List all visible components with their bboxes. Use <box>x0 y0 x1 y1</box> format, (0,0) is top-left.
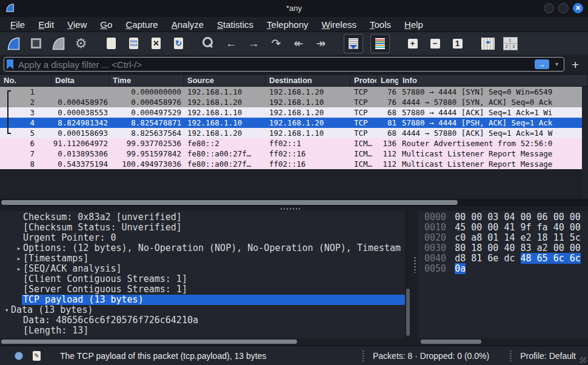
filter-dropdown-caret[interactable]: ▾ <box>555 61 558 67</box>
menu-telephony[interactable]: Telephony <box>260 18 315 31</box>
detail-tree-item[interactable]: [Client Contiguous Streams: 1] <box>0 274 405 284</box>
go-back-button[interactable]: ← <box>224 36 239 52</box>
hex-row[interactable]: 001045 00 00 41 9f fa 40 00 <box>418 223 588 233</box>
resize-grip[interactable] <box>580 357 586 363</box>
minimize-button[interactable] <box>544 3 554 13</box>
detail-tree-item[interactable]: ▸Options: (12 bytes), No-Operation (NOP)… <box>0 243 405 253</box>
colorize-button[interactable] <box>370 34 390 53</box>
detail-tree-item[interactable]: ▸[SEQ/ACK analysis] <box>0 264 405 274</box>
restart-capture-button[interactable] <box>51 36 66 52</box>
packet-list-hscrollbar[interactable] <box>0 199 588 206</box>
details-vscrollbar[interactable] <box>405 211 411 338</box>
reload-file-button[interactable]: ↻ <box>171 36 186 52</box>
packet-row[interactable]: 70.01389530699.951597842fe80::a00:27f…ff… <box>0 149 588 159</box>
expand-right-icon[interactable]: ▸ <box>15 253 23 264</box>
detail-tree-item[interactable]: TCP payload (13 bytes) <box>0 295 405 305</box>
cell-info: 57880 → 4444 [SYN] Seq=0 Win=6549 <box>399 87 588 97</box>
maximize-button[interactable] <box>558 3 569 13</box>
packet-row[interactable]: 50.0001586938.825637564192.168.1.20192.1… <box>0 128 588 138</box>
detail-tree-item[interactable]: Data: 48656c6c6f20576f726c64210a <box>0 315 405 326</box>
zoom-in-button[interactable]: + <box>405 36 420 52</box>
column-header-source[interactable]: Source <box>184 75 266 86</box>
menu-analyze[interactable]: Analyze <box>165 18 210 31</box>
expand-right-icon[interactable]: ▸ <box>15 243 23 253</box>
auto-scroll-button[interactable] <box>344 34 363 53</box>
cell-time: 100.494973036 <box>109 159 184 169</box>
expert-info-icon[interactable] <box>15 352 23 360</box>
filter-apply-button[interactable]: → <box>535 59 549 69</box>
column-header-delta[interactable]: Delta <box>52 75 109 86</box>
packet-row[interactable]: 691.11206497299.937702536fe80::2ff02::1I… <box>0 138 588 149</box>
menu-wireless[interactable]: Wireless <box>315 18 364 31</box>
save-file-button[interactable]: 01010110 <box>126 36 141 52</box>
scrollbar-thumb[interactable] <box>1 200 458 205</box>
horizontal-splitter[interactable] <box>0 206 588 211</box>
close-button[interactable]: ✕ <box>573 3 583 13</box>
add-filter-button-plus-icon[interactable]: + <box>572 58 579 71</box>
hex-row[interactable]: 00500a <box>418 264 588 274</box>
capture-options-button[interactable]: ⚙ <box>73 36 89 52</box>
go-forward-button[interactable]: → <box>246 36 261 52</box>
detail-tree-item[interactable]: [Length: 13] <box>0 326 405 336</box>
go-to-packet-button[interactable]: ↷ <box>269 36 284 52</box>
zoom-original-button[interactable]: 1 <box>450 36 465 52</box>
detail-tree-item[interactable]: [Checksum Status: Unverified] <box>0 223 405 233</box>
details-hscrollbar[interactable] <box>0 338 405 346</box>
packet-row[interactable]: 20.0004589760.000458976192.168.1.20192.1… <box>0 97 588 107</box>
column-header-info[interactable]: Info <box>399 75 588 86</box>
scrollbar-thumb[interactable] <box>421 340 481 344</box>
detail-text: Options: (12 bytes), No-Operation (NOP),… <box>23 243 401 253</box>
filter-bookmark-icon[interactable] <box>7 59 13 70</box>
bytes-hscrollbar[interactable] <box>418 338 588 346</box>
menu-help[interactable]: Help <box>398 18 430 31</box>
detail-tree-item[interactable]: ▸[Timestamps] <box>0 253 405 264</box>
close-file-button[interactable]: ✕ <box>149 36 164 52</box>
zoom-out-button[interactable]: − <box>427 36 443 52</box>
column-header-destination[interactable]: Destination <box>266 75 350 86</box>
packet-list-vscrollbar[interactable] <box>582 87 588 199</box>
expand-right-icon[interactable]: ▸ <box>15 264 23 274</box>
hex-row[interactable]: 0020c0 a8 01 14 e2 18 11 5c <box>418 233 588 243</box>
menu-capture[interactable]: Capture <box>119 18 164 31</box>
save-file-icon: 01010110 <box>129 38 138 49</box>
column-header-length[interactable]: Leng <box>377 75 399 86</box>
open-file-button[interactable] <box>104 36 119 52</box>
menu-tools[interactable]: Tools <box>363 18 398 31</box>
go-first-button[interactable]: ↞ <box>291 36 306 52</box>
hex-row[interactable]: 0040d8 81 6e dc 48 65 6c 6c <box>418 253 588 264</box>
detail-tree-item[interactable]: Checksum: 0x83a2 [unverified] <box>0 212 405 223</box>
detail-tree-item[interactable]: [Server Contiguous Streams: 1] <box>0 284 405 295</box>
capture-comment-icon[interactable] <box>33 351 41 361</box>
hex-row[interactable]: 000000 00 03 04 00 06 00 00 <box>418 212 588 223</box>
vertical-splitter[interactable] <box>411 211 418 338</box>
stop-capture-button[interactable] <box>28 36 44 52</box>
column-header-time[interactable]: Time <box>109 75 184 86</box>
resize-columns-button[interactable]: ◂▸ <box>480 36 495 52</box>
menu-file[interactable]: File <box>4 18 32 31</box>
display-filter-input[interactable]: Apply a display filter ... <Ctrl-/> → ▾ <box>4 57 564 72</box>
column-header-no[interactable]: No. <box>0 75 52 86</box>
cell-protocol: TCP <box>350 97 377 107</box>
find-packet-button[interactable] <box>201 36 216 52</box>
go-last-button[interactable]: ↠ <box>313 36 329 52</box>
menu-view[interactable]: View <box>61 18 93 31</box>
packet-row[interactable]: 10.000000000192.168.1.10192.168.1.20TCP7… <box>0 87 588 97</box>
open-file-icon <box>107 38 116 49</box>
expand-down-icon[interactable]: ▾ <box>2 305 11 315</box>
hex-row[interactable]: 003080 18 00 40 83 a2 00 00 <box>418 243 588 253</box>
menu-go[interactable]: Go <box>93 18 119 31</box>
menu-statistics[interactable]: Statistics <box>210 18 260 31</box>
packet-row[interactable]: 48.8249813428.825478871192.168.1.10192.1… <box>0 118 588 128</box>
packet-row[interactable]: 30.0000385530.000497529192.168.1.10192.1… <box>0 107 588 118</box>
detail-tree-item[interactable]: ▾Data (13 bytes) <box>0 305 405 315</box>
menu-edit[interactable]: Edit <box>32 18 61 31</box>
profile-text: Profile: Default <box>520 351 576 361</box>
layout-pages-button[interactable]: 123 <box>503 36 518 52</box>
packet-row[interactable]: 80.543375194100.494973036fe80::a00:27f…f… <box>0 159 588 169</box>
go-forward-icon: → <box>248 38 259 49</box>
detail-tree-item[interactable]: Urgent Pointer: 0 <box>0 233 405 243</box>
scrollbar-thumb[interactable] <box>1 340 297 344</box>
start-capture-button[interactable] <box>6 36 21 52</box>
column-header-protocol[interactable]: Protoc <box>350 75 377 86</box>
scrollbar-thumb[interactable] <box>406 289 410 336</box>
